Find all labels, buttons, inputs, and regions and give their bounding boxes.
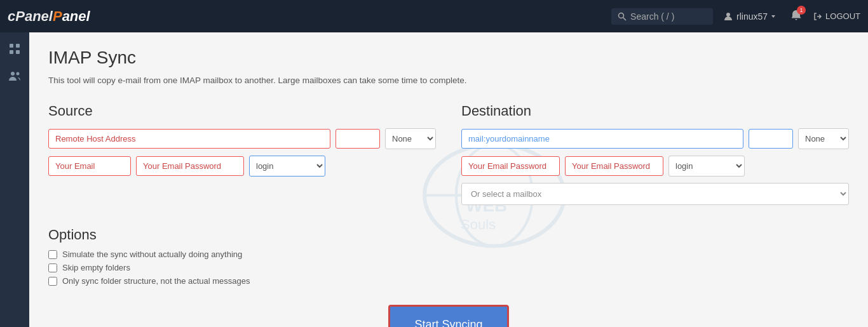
svg-line-1 [623, 17, 627, 20]
notifications-bell[interactable]: 1 [790, 9, 803, 23]
grid-icon [8, 43, 21, 55]
options-section: Options Simulate the sync without actual… [48, 227, 849, 286]
source-ssl-select[interactable]: None SSL TLS [385, 128, 436, 149]
dest-host-row: 143 None SSL TLS [461, 128, 849, 149]
option-simulate-label: Simulate the sync without actually doing… [62, 250, 242, 259]
dest-auth-select[interactable]: login plain cram-md5 [668, 156, 745, 177]
sidebar-users-icon[interactable] [3, 64, 27, 88]
dest-mailbox-row: Or select a mailbox [461, 183, 849, 205]
page-title: IMAP Sync [48, 48, 849, 68]
sidebar-grid-icon[interactable] [3, 37, 26, 60]
option-simulate: Simulate the sync without actually doing… [48, 250, 849, 259]
option-skip-empty-checkbox[interactable] [48, 264, 57, 272]
search-bar[interactable]: Search ( / ) [611, 8, 713, 25]
chevron-down-icon [770, 13, 776, 20]
username-label: rlinux57 [736, 11, 768, 22]
search-icon [618, 12, 627, 21]
dest-email-input[interactable] [461, 156, 560, 176]
destination-section: Destination 143 None SSL TLS [461, 103, 849, 211]
search-label: Search ( / ) [630, 11, 674, 22]
option-skip-empty-label: Skip empty folders [62, 263, 130, 272]
source-auth-row: login plain cram-md5 [48, 156, 436, 177]
page-description: This tool will copy e-mail from one IMAP… [48, 76, 849, 85]
option-sync-structure-label: Only sync folder structure, not the actu… [62, 276, 250, 286]
source-port-input[interactable]: 143 [336, 129, 380, 149]
dest-ssl-select[interactable]: None SSL TLS [798, 128, 849, 149]
notification-badge: 1 [797, 6, 806, 15]
dest-auth-row: login plain cram-md5 [461, 156, 849, 177]
dest-password-input[interactable] [565, 156, 663, 176]
svg-point-8 [17, 72, 20, 76]
option-sync-structure-checkbox[interactable] [48, 277, 57, 286]
source-email-input[interactable] [48, 156, 131, 176]
sidebar [0, 32, 29, 327]
logout-button[interactable]: LOGOUT [813, 11, 860, 22]
destination-title: Destination [461, 103, 849, 119]
dest-port-input[interactable]: 143 [749, 129, 793, 149]
options-title: Options [48, 227, 849, 243]
svg-point-2 [726, 13, 730, 17]
option-sync-structure: Only sync folder structure, not the actu… [48, 276, 849, 286]
svg-rect-3 [10, 44, 13, 48]
option-skip-empty: Skip empty folders [48, 263, 849, 272]
start-sync-button[interactable]: Start Syncing [388, 305, 508, 327]
main-content: WEB Souls IMAP Sync This tool will copy … [29, 32, 868, 327]
svg-rect-6 [16, 50, 20, 54]
source-password-input[interactable] [136, 156, 244, 176]
layout: WEB Souls IMAP Sync This tool will copy … [0, 32, 868, 327]
source-auth-select[interactable]: login plain cram-md5 [249, 156, 325, 177]
option-simulate-checkbox[interactable] [48, 250, 57, 259]
user-menu[interactable]: rlinux57 [723, 11, 780, 22]
dest-host-input[interactable] [461, 129, 743, 149]
svg-point-7 [11, 72, 15, 76]
user-icon [723, 11, 733, 22]
source-section: Source 143 None SSL TLS [48, 103, 436, 211]
users-icon [8, 69, 22, 83]
svg-rect-5 [10, 50, 13, 54]
topnav: cPanelPanel Search ( / ) rlinux57 1 LOGO… [0, 0, 868, 32]
source-title: Source [48, 103, 436, 119]
dest-mailbox-select[interactable]: Or select a mailbox [461, 183, 849, 205]
svg-rect-4 [16, 44, 20, 48]
brand-logo: cPanelPanel [8, 8, 90, 25]
svg-point-0 [619, 13, 624, 18]
form-sections: Source 143 None SSL TLS [48, 103, 849, 211]
source-host-row: 143 None SSL TLS [48, 128, 436, 149]
logout-icon [813, 11, 823, 22]
source-host-input[interactable] [48, 129, 330, 149]
